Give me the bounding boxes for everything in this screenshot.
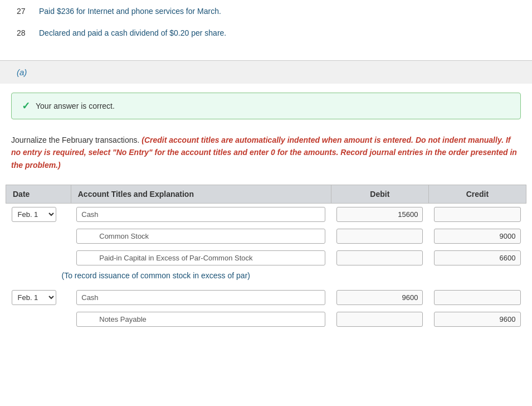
journal-table: Date Account Titles and Explanation Debi… <box>6 185 526 330</box>
account-input[interactable] <box>76 290 325 305</box>
table-header-row: Date Account Titles and Explanation Debi… <box>6 185 526 204</box>
account-input[interactable] <box>76 207 325 222</box>
table-row <box>6 308 526 330</box>
correct-text: Your answer is correct. <box>36 102 115 110</box>
trans-text-28: Declared and paid a cash dividend of $0.… <box>39 27 226 39</box>
memo-text: (To record issuance of common stock in e… <box>6 269 526 287</box>
debit-input[interactable] <box>336 229 423 244</box>
credit-input[interactable] <box>434 207 520 222</box>
instruction-block: Journalize the February transactions. (C… <box>0 128 532 180</box>
trans-num-28: 28 <box>17 27 39 37</box>
transaction-list: 27 Paid $236 for Internet and phone serv… <box>0 0 532 60</box>
journal-table-wrapper: Date Account Titles and Explanation Debi… <box>0 185 532 330</box>
header-debit: Debit <box>331 185 428 204</box>
trans-text-27: Paid $236 for Internet and phone service… <box>39 6 221 17</box>
transaction-28: 28 Declared and paid a cash dividend of … <box>17 27 515 39</box>
account-input[interactable] <box>76 250 325 265</box>
table-row: Feb. 1 <box>6 287 526 308</box>
credit-input[interactable] <box>434 312 520 327</box>
debit-input[interactable] <box>336 290 423 305</box>
date-select[interactable]: Feb. 1 <box>12 290 56 305</box>
credit-input[interactable] <box>434 290 520 305</box>
header-credit: Credit <box>428 185 526 204</box>
account-input[interactable] <box>76 312 325 327</box>
date-select[interactable]: Feb. 1 <box>12 207 56 222</box>
memo-row: (To record issuance of common stock in e… <box>6 269 526 287</box>
check-icon: ✓ <box>22 100 30 112</box>
table-row: Feb. 1 <box>6 204 526 226</box>
transaction-27: 27 Paid $236 for Internet and phone serv… <box>17 6 515 17</box>
account-input[interactable] <box>76 229 325 244</box>
credit-input[interactable] <box>434 229 520 244</box>
debit-input[interactable] <box>336 250 423 265</box>
section-a-label: (a) <box>0 61 532 84</box>
debit-input[interactable] <box>336 207 423 222</box>
correct-banner: ✓ Your answer is correct. <box>11 93 521 119</box>
table-row <box>6 225 526 247</box>
header-account: Account Titles and Explanation <box>71 185 331 204</box>
instruction-normal: Journalize the February transactions. <box>11 136 139 144</box>
trans-num-27: 27 <box>17 6 39 16</box>
credit-input[interactable] <box>434 250 520 265</box>
header-date: Date <box>6 185 71 204</box>
debit-input[interactable] <box>336 312 423 327</box>
table-row <box>6 247 526 269</box>
